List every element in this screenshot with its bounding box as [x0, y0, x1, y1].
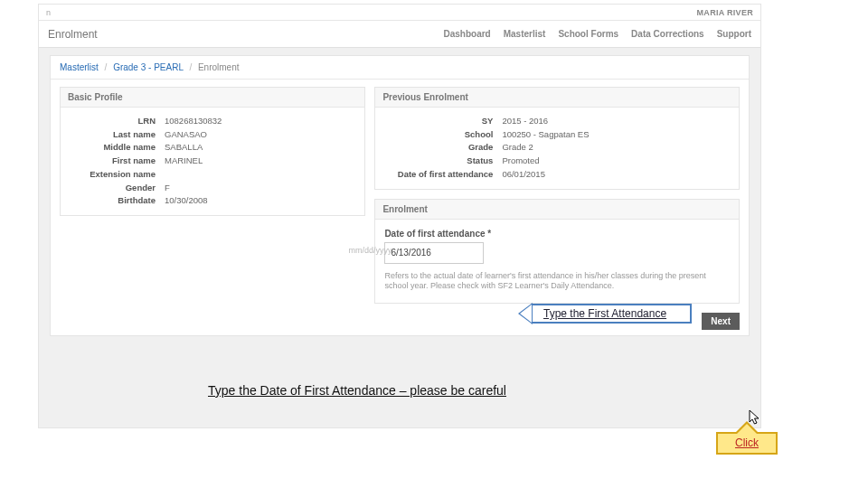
value-sy: 2015 - 2016	[502, 115, 730, 128]
value-firstname: MARINEL	[165, 155, 355, 168]
label-gender: Gender	[70, 182, 156, 195]
label-lastname: Last name	[70, 128, 156, 142]
callout-label: Type the First Attendance	[531, 304, 692, 324]
callout-label: Click	[716, 432, 778, 455]
value-middlename: SABALLA	[165, 141, 355, 155]
topbar-cutoff: n	[46, 8, 51, 17]
label-grade: Grade	[384, 141, 493, 155]
nav-bar: Enrolment Dashboard Masterlist School Fo…	[39, 21, 760, 48]
panel-enrolment: Enrolment Date of first attendance * mm/…	[374, 199, 740, 304]
date-placeholder-ghost: mm/dd/yyyy	[348, 246, 392, 255]
callout-click: Click	[716, 421, 778, 455]
value-status: Promoted	[502, 155, 730, 168]
breadcrumb-current: Enrolment	[198, 62, 240, 72]
callout-type-first-attendance: Type the First Attendance	[518, 303, 692, 324]
topbar: n MARIA RIVER	[39, 5, 760, 21]
tab-masterlist[interactable]: Masterlist	[504, 29, 546, 39]
tab-data-corrections[interactable]: Data Corrections	[631, 29, 704, 39]
panel-heading: Basic Profile	[61, 88, 364, 108]
date-first-attendance-input[interactable]	[384, 242, 484, 264]
panel-previous-enrolment: Previous Enrolment SY School Grade Statu…	[374, 87, 740, 190]
panel-heading: Previous Enrolment	[375, 88, 739, 108]
label-extname: Extension name	[70, 168, 156, 182]
label-school: School	[384, 128, 493, 142]
value-gender: F	[165, 182, 355, 195]
instruction-text: Type the Date of First Attendance – plea…	[208, 383, 506, 398]
value-lrn: 108268130832	[165, 115, 355, 128]
app-screenshot-area: n MARIA RIVER Enrolment Dashboard Master…	[38, 4, 761, 428]
next-button[interactable]: Next	[702, 313, 740, 330]
label-middlename: Middle name	[70, 141, 156, 155]
label-firstname: First name	[70, 155, 156, 168]
page-title: Enrolment	[48, 28, 98, 41]
value-lastname: GANASAO	[165, 128, 355, 142]
label-birthdate: Birthdate	[70, 194, 156, 208]
breadcrumb: Masterlist / Grade 3 - PEARL / Enrolment	[51, 56, 749, 80]
breadcrumb-section[interactable]: Grade 3 - PEARL	[113, 62, 183, 72]
panel-basic-profile: Basic Profile LRN Last name Middle name …	[60, 87, 365, 216]
tab-support[interactable]: Support	[717, 29, 751, 39]
user-name: MARIA RIVER	[697, 8, 753, 17]
value-dfa: 06/01/2015	[502, 168, 730, 182]
value-grade: Grade 2	[502, 141, 730, 155]
helper-text: Refers to the actual date of learner's f…	[384, 271, 730, 292]
label-sy: SY	[384, 115, 493, 128]
tab-dashboard[interactable]: Dashboard	[443, 29, 490, 39]
tab-school-forms[interactable]: School Forms	[558, 29, 618, 39]
label-lrn: LRN	[70, 115, 156, 128]
value-extname	[165, 168, 355, 182]
content-frame: Masterlist / Grade 3 - PEARL / Enrolment…	[50, 55, 750, 336]
breadcrumb-masterlist[interactable]: Masterlist	[60, 62, 99, 72]
label-status: Status	[384, 155, 493, 168]
value-school: 100250 - Sagpatan ES	[502, 128, 730, 142]
value-birthdate: 10/30/2008	[165, 194, 355, 208]
label-date-first-attendance: Date of first attendance *	[384, 229, 730, 239]
panel-heading: Enrolment	[375, 200, 739, 220]
label-dfa: Date of first attendance	[384, 168, 493, 182]
